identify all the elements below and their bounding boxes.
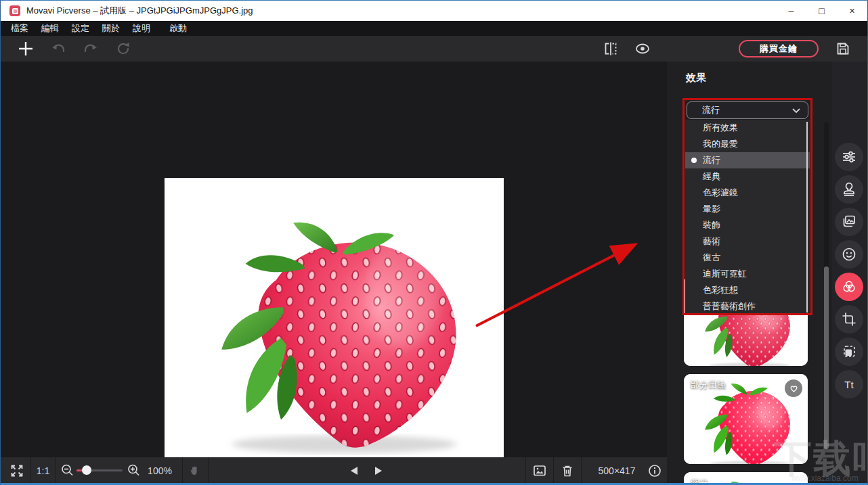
save-button[interactable] [829,36,856,62]
heart-icon [789,384,799,393]
top-toolbar: 購買金鑰 [1,36,867,62]
tool-background-removal[interactable] [835,338,863,366]
previous-image-button[interactable] [343,457,365,484]
category-pop-art[interactable]: 普普藝術創作 [685,298,810,315]
zoom-slider-knob[interactable] [82,465,91,475]
status-bar: 1:1 100% 500×417 [1,457,667,484]
plus-icon [17,40,35,57]
zoom-in-button[interactable] [124,457,143,484]
tool-stickers[interactable] [835,240,863,269]
redo-button[interactable] [77,36,104,62]
fullscreen-arrows-icon [9,463,24,478]
hand-icon [188,464,202,478]
delete-image-button[interactable] [555,457,580,484]
menu-about[interactable]: 關於 [102,22,120,34]
text-tool-icon: Tt [844,379,853,390]
next-image-button[interactable] [368,457,389,484]
zoom-in-icon [127,463,141,478]
actual-size-button[interactable]: 1:1 [32,457,54,484]
color-wheel-icon [841,279,857,295]
app-logo-icon [9,5,20,16]
menu-activate[interactable]: 啟動 [169,22,187,34]
dropdown-scrollbar[interactable] [806,122,808,313]
buy-key-button[interactable]: 購買金鑰 [739,40,819,57]
effect-thumbnail-label: 部分日蝕 [691,379,726,391]
pan-hand-button[interactable] [185,457,205,484]
eye-icon [634,41,651,56]
zoom-level-value: 100% [144,457,175,484]
compare-split-icon [603,41,618,56]
sliders-icon [841,149,857,165]
category-favorites[interactable]: 我的最愛 [685,136,810,152]
category-art[interactable]: 藝術 [685,233,810,250]
maximize-button[interactable]: □ [806,1,837,21]
prev-triangle-icon [349,465,360,476]
category-color-fantasy[interactable]: 色彩狂想 [685,282,810,298]
tool-adjustments[interactable] [835,143,863,171]
effect-thumbnail-purple[interactable]: 紫光 [684,472,808,485]
effect-thumbnail-partial-eclipse[interactable]: 部分日蝕 [684,374,808,464]
category-classic[interactable]: 經典 [685,168,810,185]
menu-help[interactable]: 說明 [133,22,150,34]
compare-before-after-button[interactable] [597,36,624,62]
category-popular-selected[interactable]: 流行 [685,152,810,168]
category-vignette[interactable]: 暈影 [685,201,810,217]
preview-original-button[interactable] [629,36,656,62]
window-title: Movavi Picverse – 試用版 – JPGtJPGiJPGmJPGg… [26,5,253,17]
app-window: Movavi Picverse – 試用版 – JPGtJPGiJPGmJPGg… [0,0,868,485]
category-decor[interactable]: 裝飾 [685,217,810,233]
panel-scrollbar[interactable] [824,122,829,453]
add-image-button[interactable] [12,36,39,62]
reset-icon [115,41,131,57]
info-icon [647,463,662,478]
tool-effects-active[interactable] [835,273,863,301]
tool-backgrounds[interactable] [835,208,863,236]
menu-file[interactable]: 檔案 [11,22,28,34]
menu-bar: 檔案 編輯 設定 關於 說明 啟動 [1,21,867,36]
redo-icon [83,41,99,57]
stamp-icon [841,181,857,198]
reset-button[interactable] [110,36,137,62]
image-icon [532,463,547,478]
image-dimensions: 500×417 [588,457,645,484]
minimize-button[interactable]: – [776,1,806,21]
images-icon [841,214,857,230]
selection-icon [841,344,857,360]
category-retro[interactable]: 復古 [685,250,810,266]
info-button[interactable] [644,457,666,484]
category-dropdown-list: 所有效果 我的最愛 流行 經典 色彩濾鏡 暈影 裝飾 藝術 復古 迪斯可霓虹 色… [685,120,810,315]
category-dropdown-button[interactable]: 流行 [687,101,808,119]
title-bar: Movavi Picverse – 試用版 – JPGtJPGiJPGmJPGg… [1,1,867,21]
zoom-out-icon [60,463,74,478]
category-disco-neon[interactable]: 迪斯可霓虹 [685,266,810,282]
favorite-button[interactable] [785,379,802,397]
smiley-icon [841,246,857,262]
tool-crop[interactable] [835,305,863,333]
menu-settings[interactable]: 設定 [72,22,89,34]
tool-rail: Tt [832,62,868,485]
undo-button[interactable] [45,36,72,62]
category-all-effects[interactable]: 所有效果 [685,120,810,136]
fit-to-screen-button[interactable] [5,457,29,484]
tool-retouch-stamp[interactable] [835,175,863,204]
trash-icon [560,463,575,478]
undo-icon [50,41,66,57]
tool-text[interactable]: Tt [835,370,863,398]
image-manager-button[interactable] [527,457,552,484]
zoom-out-button[interactable] [58,457,77,484]
menu-edit[interactable]: 編輯 [41,22,59,34]
next-triangle-icon [373,465,384,476]
editor-canvas[interactable] [1,62,667,457]
effects-panel-title: 效果 [686,72,706,85]
crop-icon [841,311,857,327]
close-button[interactable]: × [837,1,867,21]
photo-strawberry [165,178,504,462]
effect-thumbnail-label: 紫光 [691,477,708,485]
selected-bullet-icon [691,158,697,163]
panel-scrollbar-thumb[interactable] [824,267,829,449]
save-floppy-icon [836,41,850,56]
dropdown-selected-value: 流行 [702,104,720,116]
category-color-filters[interactable]: 色彩濾鏡 [685,185,810,201]
